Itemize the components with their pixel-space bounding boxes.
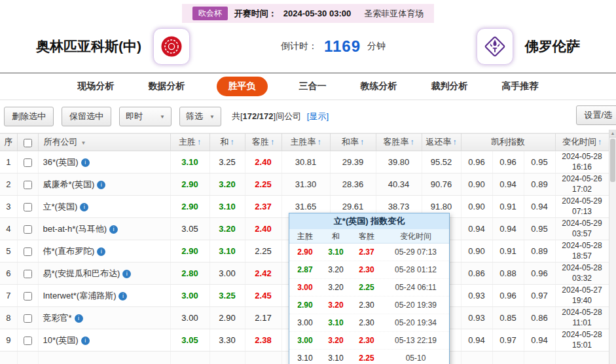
row-checkbox[interactable] — [24, 247, 32, 256]
sort-asc-icon[interactable]: ↑ — [197, 137, 201, 147]
away-odds[interactable]: 2.42 — [245, 263, 281, 285]
away-odds[interactable]: 2.25 — [245, 240, 281, 263]
col-away-odds-header[interactable]: 客胜↑ — [245, 134, 281, 151]
company-odds-icon[interactable]: i — [75, 314, 83, 323]
company-name[interactable]: 易*(安提瓜和巴布达)i — [38, 263, 170, 285]
row-checkbox[interactable] — [24, 270, 32, 278]
company-name[interactable]: Interwet*(塞浦路斯)i — [38, 285, 170, 307]
filter-dropdown[interactable]: 筛选 ▼ — [179, 107, 221, 126]
home-odds[interactable]: 3.10 — [170, 151, 209, 173]
sort-asc-icon[interactable]: ↑ — [360, 137, 364, 147]
home-team-name: 奥林匹亚科斯(中) — [36, 37, 141, 56]
company-odds-icon[interactable]: i — [97, 181, 105, 189]
popup-change-time: 05-29 07:13 — [382, 244, 449, 261]
company-odds-icon[interactable]: i — [122, 270, 131, 278]
company-odds-icon[interactable]: i — [118, 292, 127, 300]
draw-odds[interactable]: 2.90 — [209, 307, 245, 329]
show-link[interactable]: [显示] — [307, 111, 329, 121]
draw-odds[interactable] — [209, 352, 245, 364]
tab-coach-analysis[interactable]: 教练分析 — [358, 77, 400, 96]
sort-asc-icon[interactable]: ↑ — [270, 137, 274, 147]
company-name[interactable]: 威廉希*(英国)i — [38, 173, 170, 196]
draw-odds[interactable]: 3.10 — [209, 240, 245, 263]
away-odds[interactable] — [245, 352, 281, 364]
col-draw-rate-header[interactable]: 和率↑ — [330, 134, 376, 151]
popup-away-odds: 2.30 — [351, 314, 382, 331]
tab-data-analysis[interactable]: 数据分析 — [146, 77, 188, 96]
company-odds-icon[interactable]: i — [81, 158, 90, 167]
popup-change-time: 05-20 19:39 — [382, 297, 449, 314]
tab-expert-picks[interactable]: 高手推荐 — [499, 77, 541, 96]
company-name[interactable]: bet-at-h*(马耳他)i — [38, 218, 170, 240]
col-away-rate-header[interactable]: 客胜率↑ — [376, 134, 422, 151]
row-checkbox[interactable] — [24, 337, 32, 345]
return-rate: 90.76 — [422, 173, 461, 196]
draw-odds[interactable]: 3.25 — [209, 285, 245, 307]
home-odds[interactable]: 2.80 — [170, 263, 209, 285]
row-checkbox[interactable] — [24, 314, 32, 323]
home-odds[interactable]: 2.90 — [170, 173, 209, 196]
scrollbar-thumb[interactable] — [610, 139, 615, 182]
draw-odds[interactable]: 3.00 — [209, 263, 245, 285]
tab-live-analysis[interactable]: 现场分析 — [75, 77, 117, 96]
league-badge: 欧会杯 — [192, 7, 228, 20]
draw-odds[interactable]: 3.20 — [209, 173, 245, 196]
row-checkbox[interactable] — [24, 203, 32, 211]
vertical-scrollbar[interactable]: ▲ — [609, 130, 616, 364]
home-odds[interactable]: 3.00 — [170, 307, 209, 329]
draw-odds[interactable]: 3.20 — [209, 218, 245, 240]
away-odds[interactable]: 2.25 — [245, 173, 281, 196]
away-odds[interactable]: 2.45 — [245, 285, 281, 307]
home-odds[interactable] — [170, 352, 209, 364]
sort-asc-icon[interactable]: ↑ — [410, 137, 414, 147]
home-odds[interactable]: 3.05 — [170, 329, 209, 352]
home-odds[interactable]: 3.05 — [170, 218, 209, 240]
draw-odds[interactable]: 3.10 — [209, 196, 245, 218]
col-home-odds-header[interactable]: 主胜↑ — [170, 134, 209, 151]
company-odds-icon[interactable]: i — [109, 225, 118, 234]
sort-asc-icon[interactable]: ↑ — [317, 137, 321, 147]
company-name[interactable]: 伟*(直布罗陀)i — [38, 240, 170, 263]
company-name[interactable]: 竞彩官*i — [38, 307, 170, 329]
col-company-header[interactable]: 所有公司▼ — [38, 134, 170, 151]
company-odds-icon[interactable]: i — [80, 203, 88, 211]
company-name[interactable]: 36*(英国)i — [38, 151, 170, 173]
draw-odds[interactable]: 3.30 — [209, 329, 245, 352]
away-odds[interactable]: 2.37 — [245, 196, 281, 218]
sort-asc-icon[interactable]: ↑ — [598, 137, 602, 147]
delete-selected-button[interactable]: 删除选中 — [4, 107, 54, 126]
col-change-time-header[interactable]: 变化时间↑ — [555, 134, 609, 151]
away-odds[interactable]: 2.38 — [245, 329, 281, 352]
away-odds[interactable]: 2.17 — [245, 307, 281, 329]
company-filter-arrow-icon[interactable]: ▼ — [81, 140, 86, 146]
row-checkbox[interactable] — [24, 292, 32, 300]
away-odds[interactable]: 2.40 — [245, 151, 281, 173]
company-odds-icon[interactable]: i — [81, 337, 90, 345]
row-seq — [0, 352, 17, 364]
tab-three-in-one[interactable]: 三合一 — [297, 77, 329, 96]
sort-asc-icon[interactable]: ↑ — [453, 137, 457, 147]
sort-asc-icon[interactable]: ↑ — [230, 137, 234, 147]
live-filter-dropdown[interactable]: 即时 ▼ — [119, 107, 172, 126]
row-checkbox[interactable] — [24, 225, 32, 234]
tab-win-draw-loss[interactable]: 胜平负 — [217, 77, 268, 96]
row-checkbox[interactable] — [24, 181, 32, 189]
keep-selected-button[interactable]: 保留选中 — [62, 107, 111, 126]
scroll-up-icon[interactable]: ▲ — [609, 130, 616, 137]
company-name[interactable] — [38, 352, 170, 364]
settings-button[interactable]: 设置/选 — [576, 105, 616, 125]
company-odds-icon[interactable]: i — [97, 247, 105, 256]
away-odds[interactable]: 2.40 — [245, 218, 281, 240]
home-odds[interactable]: 3.00 — [170, 285, 209, 307]
company-name[interactable]: 10*(英国)i — [38, 329, 170, 352]
col-home-rate-header[interactable]: 主胜率↑ — [281, 134, 330, 151]
col-draw-odds-header[interactable]: 和↑ — [209, 134, 245, 151]
col-return-rate-header[interactable]: 返还率↑ — [422, 134, 461, 151]
company-name[interactable]: 立*(英国)i — [38, 196, 170, 218]
home-odds[interactable]: 2.90 — [170, 196, 209, 218]
select-all-checkbox[interactable] — [24, 139, 32, 147]
draw-odds[interactable]: 3.25 — [209, 151, 245, 173]
tab-referee-analysis[interactable]: 裁判分析 — [429, 77, 471, 96]
home-odds[interactable]: 2.90 — [170, 240, 209, 263]
row-checkbox[interactable] — [24, 158, 32, 167]
